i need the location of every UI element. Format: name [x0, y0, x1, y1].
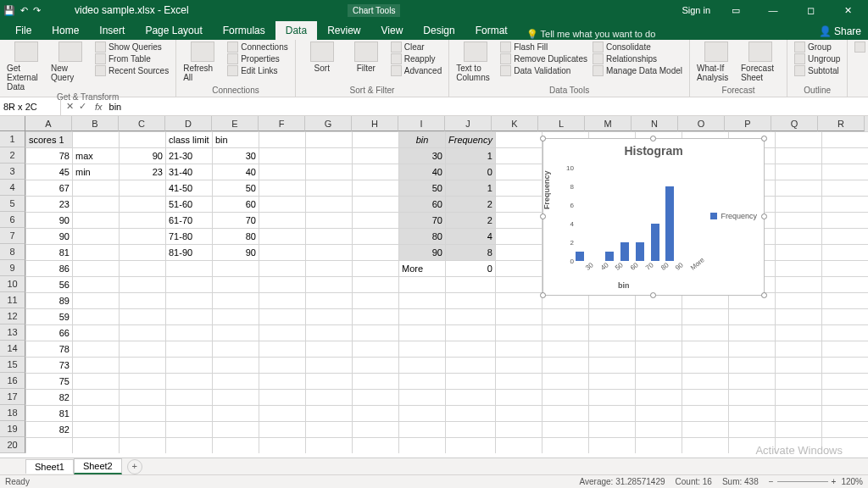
- share-button[interactable]: 👤 Share: [812, 23, 868, 40]
- get-external-data-button[interactable]: Get External Data: [7, 42, 46, 92]
- tab-formulas[interactable]: Formulas: [213, 21, 275, 40]
- tab-page-layout[interactable]: Page Layout: [135, 21, 212, 40]
- zoom-out-icon[interactable]: −: [769, 477, 774, 486]
- subtotal-button[interactable]: Subtotal: [794, 65, 840, 76]
- sheet-tab-bar: Sheet1 Sheet2 +: [0, 458, 868, 474]
- group-analysis: Analysis: [854, 85, 868, 95]
- minimize-icon[interactable]: ―: [756, 0, 790, 20]
- chart-tools-label: Chart Tools: [348, 4, 400, 17]
- y-axis-label: Frequency: [542, 170, 551, 209]
- formula-input[interactable]: bin: [106, 102, 868, 112]
- tab-review[interactable]: Review: [317, 21, 370, 40]
- consolidate-button[interactable]: Consolidate: [593, 42, 682, 53]
- status-count: Count: 16: [676, 477, 712, 486]
- zoom-slider[interactable]: [777, 481, 828, 482]
- select-all-corner[interactable]: [0, 116, 25, 131]
- advanced-filter-button[interactable]: Advanced: [391, 65, 442, 76]
- tab-insert[interactable]: Insert: [89, 21, 135, 40]
- cancel-formula-icon[interactable]: ✕: [66, 101, 74, 112]
- sign-in-link[interactable]: Sign in: [673, 5, 719, 15]
- row-headers[interactable]: 1234567891011121314151617181920: [0, 131, 25, 453]
- tab-format[interactable]: Format: [465, 21, 518, 40]
- data-validation-button[interactable]: Data Validation: [500, 65, 587, 76]
- group-data-tools: Data Tools: [456, 85, 682, 95]
- whatif-button[interactable]: What-If Analysis: [697, 42, 736, 82]
- recent-sources-button[interactable]: Recent Sources: [95, 65, 169, 76]
- zoom-in-icon[interactable]: +: [832, 477, 837, 486]
- ribbon-options-icon[interactable]: ▭: [719, 0, 753, 20]
- sheet-tab-sheet2[interactable]: Sheet2: [74, 458, 122, 474]
- properties-button[interactable]: Properties: [227, 53, 288, 64]
- forecast-sheet-button[interactable]: Forecast Sheet: [741, 42, 780, 82]
- fx-icon[interactable]: fx: [92, 102, 106, 112]
- ungroup-button[interactable]: Ungroup: [794, 53, 840, 64]
- status-sum: Sum: 438: [722, 477, 759, 486]
- tab-view[interactable]: View: [371, 21, 414, 40]
- chart-title[interactable]: Histogram: [543, 139, 764, 159]
- reapply-button[interactable]: Reapply: [391, 53, 442, 64]
- new-query-button[interactable]: New Query: [51, 42, 90, 82]
- x-axis: 30405060708090More: [569, 263, 696, 274]
- group-button[interactable]: Group: [794, 42, 840, 53]
- tab-design[interactable]: Design: [413, 21, 465, 40]
- data-analysis-button[interactable]: Data Analysis: [854, 42, 868, 53]
- status-average: Average: 31.28571429: [580, 477, 665, 486]
- group-sort-filter: Sort & Filter: [303, 85, 442, 95]
- redo-icon[interactable]: ↷: [33, 5, 41, 16]
- add-sheet-button[interactable]: +: [127, 459, 142, 474]
- tab-home[interactable]: Home: [42, 21, 89, 40]
- enter-formula-icon[interactable]: ✓: [79, 101, 86, 112]
- edit-links-button[interactable]: Edit Links: [227, 65, 288, 76]
- group-connections: Connections: [183, 85, 288, 95]
- show-queries-button[interactable]: Show Queries: [95, 42, 169, 53]
- status-bar: Ready Average: 31.28571429 Count: 16 Sum…: [0, 474, 868, 488]
- manage-data-model-button[interactable]: Manage Data Model: [593, 65, 682, 76]
- worksheet-grid[interactable]: ABCDEFGHIJKLMNOPQR 123456789101112131415…: [0, 116, 868, 453]
- tab-data[interactable]: Data: [275, 21, 317, 40]
- save-icon[interactable]: 💾: [3, 5, 15, 16]
- from-table-button[interactable]: From Table: [95, 53, 169, 64]
- legend: Frequency: [710, 212, 757, 220]
- remove-duplicates-button[interactable]: Remove Duplicates: [500, 53, 587, 64]
- sort-button[interactable]: Sort: [303, 42, 342, 73]
- ribbon-tabs: File Home Insert Page Layout Formulas Da…: [0, 20, 868, 40]
- plot-area: [569, 168, 696, 261]
- window-title: video sample.xlsx - Excel: [41, 4, 348, 16]
- zoom-level[interactable]: 120%: [841, 477, 863, 486]
- refresh-all-button[interactable]: Refresh All: [183, 42, 222, 82]
- connections-button[interactable]: Connections: [227, 42, 288, 53]
- filter-button[interactable]: Filter: [347, 42, 386, 73]
- column-headers[interactable]: ABCDEFGHIJKLMNOPQR: [25, 116, 868, 131]
- tell-me[interactable]: 💡 Tell me what you want to do: [526, 29, 656, 40]
- text-to-columns-button[interactable]: Text to Columns: [456, 42, 495, 82]
- chart-object[interactable]: Histogram Frequency 0246810 304050607080…: [542, 138, 765, 296]
- title-bar: 💾 ↶ ↷ video sample.xlsx - Excel Chart To…: [0, 0, 868, 20]
- undo-icon[interactable]: ↶: [20, 5, 28, 16]
- sheet-tab-sheet1[interactable]: Sheet1: [25, 459, 74, 474]
- ribbon-data: Get External Data New Query Show Queries…: [0, 40, 868, 97]
- tab-file[interactable]: File: [5, 21, 42, 40]
- group-outline: Outline: [794, 85, 840, 95]
- name-box[interactable]: 8R x 2C: [0, 97, 61, 115]
- group-forecast: Forecast: [697, 85, 780, 95]
- clear-filter-button[interactable]: Clear: [391, 42, 442, 53]
- maximize-icon[interactable]: ◻: [793, 0, 827, 20]
- status-ready: Ready: [5, 477, 30, 486]
- x-axis-label: bin: [618, 281, 630, 290]
- relationships-button[interactable]: Relationships: [593, 53, 682, 64]
- close-icon[interactable]: ✕: [831, 0, 865, 20]
- flash-fill-button[interactable]: Flash Fill: [500, 42, 587, 53]
